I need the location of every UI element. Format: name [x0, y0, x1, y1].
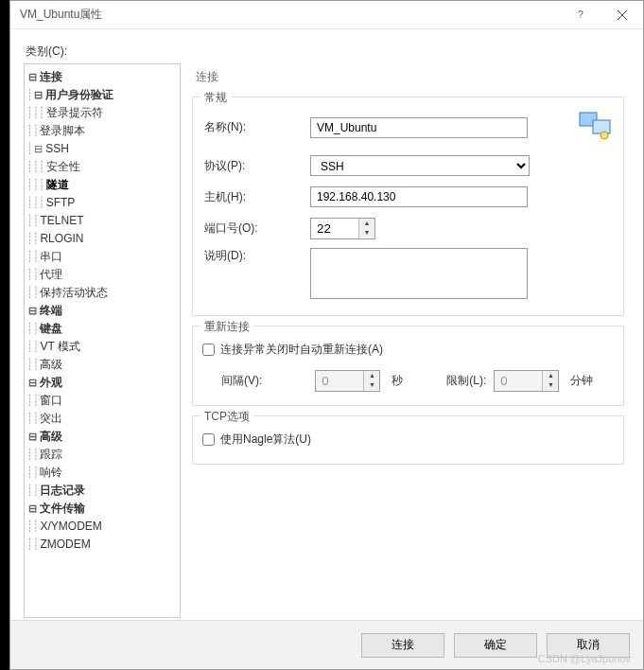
titlebar: VM_Ubuntu属性 ? — [10, 1, 643, 29]
port-label: 端口号(O): — [202, 220, 310, 237]
window-title: VM_Ubuntu属性 — [20, 7, 560, 23]
group-tcp-legend: TCP选项 — [200, 409, 253, 425]
svg-rect-4 — [593, 120, 610, 133]
close-button[interactable] — [601, 1, 643, 29]
port-stepper[interactable]: ▲▼ — [310, 218, 375, 239]
tree-appearance[interactable]: ⊟外观 — [26, 374, 178, 392]
limit-stepper: ▲▼ — [494, 370, 559, 392]
interval-stepper: ▲▼ — [315, 370, 380, 392]
tree-terminal[interactable]: ⊟终端 — [26, 302, 178, 320]
tree-telnet[interactable]: ┊┊TELNET — [26, 212, 178, 230]
svg-text:?: ? — [578, 9, 583, 20]
tree-advanced-term[interactable]: ┊┊高级 — [26, 356, 178, 374]
limit-up: ▲ — [543, 371, 558, 380]
tree-keepalive[interactable]: ┊┊保持活动状态 — [26, 284, 178, 302]
tree-trace[interactable]: ┊┊跟踪 — [26, 446, 178, 464]
desc-label: 说明(D): — [202, 248, 310, 264]
limit-field — [495, 371, 542, 391]
cancel-button[interactable]: 取消 — [547, 633, 630, 658]
tree-security[interactable]: ┊┊┊安全性 — [26, 158, 178, 176]
group-general: 常规 名称(N): 协议(P): SSH 主机(H): — [192, 97, 624, 316]
tree-rlogin[interactable]: ┊┊RLOGIN — [26, 230, 178, 248]
host-field[interactable] — [310, 186, 528, 207]
tree-xymodem[interactable]: ┊┊X/YMODEM — [26, 518, 178, 536]
limit-unit: 分钟 — [566, 373, 593, 389]
interval-label: 间隔(V): — [221, 373, 262, 389]
tree-proxy[interactable]: ┊┊代理 — [26, 266, 178, 284]
limit-label: 限制(L): — [446, 373, 486, 389]
nagle-label: 使用Nagle算法(U) — [220, 432, 311, 448]
host-label: 主机(H): — [202, 189, 310, 205]
tree-ssh[interactable]: ┊⊟SSH — [26, 140, 178, 158]
tree-bell[interactable]: ┊┊响铃 — [26, 464, 178, 482]
interval-field — [316, 371, 363, 391]
interval-down: ▼ — [364, 380, 379, 390]
tree-zmodem[interactable]: ┊┊ZMODEM — [26, 536, 178, 554]
auto-reconnect-label: 连接异常关闭时自动重新连接(A) — [220, 342, 383, 358]
tree-advanced[interactable]: ⊟高级 — [26, 428, 178, 446]
tree-login-script[interactable]: ┊┊登录脚本 — [26, 122, 178, 140]
properties-dialog: VM_Ubuntu属性 ? 类别(C): ⊟连接 ┊⊟用户身份验证 ┊┊┊登录提… — [9, 0, 644, 670]
ok-button[interactable]: 确定 — [454, 633, 537, 658]
interval-unit: 秒 — [388, 373, 403, 389]
tree-keyboard[interactable]: ┊┊键盘 — [26, 320, 178, 338]
group-general-legend: 常规 — [200, 90, 231, 106]
tree-logging[interactable]: ┊┊日志记录 — [26, 482, 178, 500]
name-field[interactable] — [310, 117, 528, 138]
protocol-select[interactable]: SSH — [310, 155, 530, 176]
dialog-footer: 连接 确定 取消 — [10, 620, 643, 669]
group-tcp: TCP选项 使用Nagle算法(U) — [192, 415, 624, 465]
computer-icon — [576, 109, 614, 146]
tree-vt-mode[interactable]: ┊┊VT 模式 — [26, 338, 178, 356]
tree-window[interactable]: ┊┊窗口 — [26, 392, 178, 410]
port-up[interactable]: ▲ — [359, 219, 374, 228]
category-label: 类别(C): — [26, 44, 630, 60]
tree-login-prompt[interactable]: ┊┊┊登录提示符 — [26, 104, 178, 122]
name-label: 名称(N): — [202, 119, 310, 135]
limit-down: ▼ — [543, 380, 558, 390]
category-tree[interactable]: ⊟连接 ┊⊟用户身份验证 ┊┊┊登录提示符 ┊┊登录脚本 ┊⊟SSH ┊┊┊安全… — [24, 63, 181, 618]
interval-up: ▲ — [364, 371, 379, 380]
tree-highlight[interactable]: ┊┊突出 — [26, 410, 178, 428]
tree-tunnel[interactable]: ┊┊┊隧道 — [26, 176, 178, 194]
auto-reconnect-checkbox[interactable]: 连接异常关闭时自动重新连接(A) — [202, 342, 383, 358]
tree-connection[interactable]: ⊟连接 — [26, 68, 178, 86]
group-reconnect: 重新连接 连接异常关闭时自动重新连接(A) 间隔(V): — [192, 326, 624, 406]
connect-button[interactable]: 连接 — [361, 633, 444, 658]
panel-title: 连接 — [192, 67, 624, 97]
help-button[interactable]: ? — [560, 1, 601, 29]
tree-sftp[interactable]: ┊┊┊SFTP — [26, 194, 178, 212]
settings-panel: 连接 常规 名称(N): 协议(P): SSH — [190, 63, 630, 618]
svg-point-5 — [600, 132, 608, 139]
group-reconnect-legend: 重新连接 — [200, 319, 253, 335]
port-field[interactable] — [311, 219, 358, 238]
tree-user-auth[interactable]: ┊⊟用户身份验证 — [26, 86, 178, 104]
tree-serial[interactable]: ┊┊串口 — [26, 248, 178, 266]
port-down[interactable]: ▼ — [359, 228, 374, 238]
nagle-checkbox[interactable]: 使用Nagle算法(U) — [202, 432, 311, 448]
tree-file-transfer[interactable]: ⊟文件传输 — [26, 500, 178, 518]
desc-field[interactable] — [310, 248, 528, 299]
protocol-label: 协议(P): — [202, 158, 310, 174]
